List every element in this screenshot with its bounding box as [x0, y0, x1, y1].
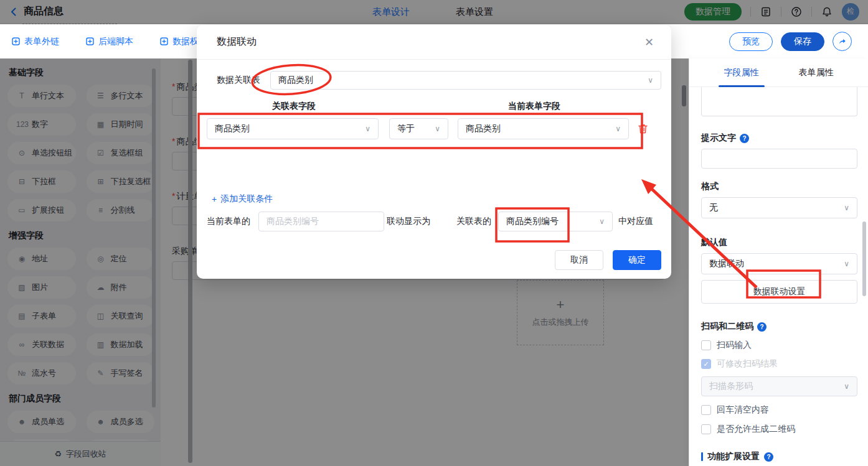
plus-icon: + [212, 194, 217, 204]
panel-tab[interactable]: 表单属性 [799, 58, 834, 87]
mapping-row: 当前表单的 商品类别编号 联动显示为 关联表的 商品类别编号 ∨ 中对应值 [197, 212, 671, 231]
link-table-value: 商品类别 [278, 75, 313, 86]
checkbox-icon [701, 359, 711, 369]
chevron-down-icon: ∨ [365, 124, 370, 133]
checkbox-row[interactable]: 可修改扫码结果 [701, 358, 857, 370]
default-value-select[interactable]: 数据联动 ∨ [701, 253, 857, 274]
toolbar-links: 表单外链 后端脚本 数据权限 [11, 36, 207, 47]
link-table-select[interactable]: 商品类别 ∨ [270, 71, 661, 90]
linked-field-select[interactable]: 商品类别编号 ∨ [498, 212, 613, 231]
help-icon[interactable]: ? [740, 134, 749, 143]
toolbar-link-icon [159, 37, 169, 46]
corresponding-value-label: 中对应值 [618, 216, 653, 227]
share-arrow-icon [837, 37, 847, 46]
linked-table-field-select[interactable]: 商品类别 ∨ [207, 118, 379, 139]
add-condition-label: 添加关联条件 [220, 193, 273, 205]
properties-panel: 字段属性 表单属性 提示文字 ? 格式 无 ∨ 默认值 数据联动 [689, 58, 868, 466]
hint-label: 提示文字 [701, 133, 736, 144]
toolbar-link-icon [85, 37, 95, 46]
linkage-display-label: 联动显示为 [387, 216, 430, 227]
checkbox-icon [701, 340, 711, 350]
scan-section-title: 扫码和二维码 [701, 321, 753, 332]
panel-scrollbar[interactable] [862, 221, 866, 296]
checkbox-icon [701, 424, 711, 434]
current-form-field-value: 商品类别 [466, 123, 501, 134]
form-designer-app: 商品信息 表单设计 表单设置 数据管理 检 [0, 0, 868, 466]
link-table-label: 数据关联表 [217, 75, 260, 86]
other-checkbox-list: 回车清空内容 是否允许生成二维码 [701, 404, 857, 435]
checkbox-icon [701, 405, 711, 415]
chevron-down-icon: ∨ [844, 203, 849, 212]
format-select[interactable]: 无 ∨ [701, 197, 857, 218]
toolbar-link-label: 表单外链 [24, 36, 59, 47]
chevron-down-icon: ∨ [599, 217, 605, 226]
toolbar-link-icon [11, 37, 21, 46]
modal-body: 数据关联表 商品类别 ∨ 关联表字段 当前表单字段 商品类别 ∨ 等于 ∨ [197, 60, 671, 279]
format-label: 格式 [701, 181, 857, 192]
extension-section-title: 功能扩展设置 [707, 451, 760, 462]
section-accent-bar [701, 452, 703, 461]
modal-header: 数据联动 ✕ [197, 25, 671, 60]
linked-table-label: 关联表的 [456, 216, 491, 227]
toolbar-actions: 预览 保存 [729, 32, 852, 51]
current-form-field-header: 当前表单字段 [508, 101, 560, 112]
operator-select[interactable]: 等于 ∨ [389, 118, 448, 139]
default-value: 数据联动 [709, 258, 744, 269]
modal-title: 数据联动 [217, 35, 257, 49]
trash-icon [638, 123, 648, 134]
checkbox-row[interactable]: 是否允许生成二维码 [701, 424, 857, 435]
chevron-down-icon: ∨ [615, 124, 621, 133]
default-value-label: 默认值 [701, 237, 857, 248]
panel-tabs: 字段属性 表单属性 [689, 58, 868, 87]
chevron-down-icon: ∨ [844, 382, 849, 391]
delete-condition-button[interactable] [638, 123, 648, 136]
field-description-textarea[interactable] [701, 87, 857, 116]
linked-field-value: 商品类别编号 [506, 216, 559, 227]
condition-row: 商品类别 ∨ 等于 ∨ 商品类别 ∨ [197, 118, 671, 139]
link-table-row: 数据关联表 商品类别 ∨ [217, 71, 661, 90]
checkbox-row[interactable]: 回车清空内容 [701, 404, 857, 416]
current-form-field-select[interactable]: 商品类别 ∨ [458, 118, 629, 139]
current-form-prefix-label: 当前表单的 [207, 216, 250, 227]
checkbox-row[interactable]: 扫码输入 [701, 340, 857, 351]
current-field-input[interactable]: 商品类别编号 [258, 212, 384, 231]
panel-tab[interactable]: 字段属性 [724, 58, 759, 87]
toolbar-link[interactable]: 表单外链 [11, 36, 59, 47]
checkbox-label: 可修改扫码结果 [717, 358, 778, 370]
cancel-button[interactable]: 取消 [555, 250, 603, 270]
current-field-value: 商品类别编号 [267, 216, 319, 227]
linked-table-field-value: 商品类别 [215, 123, 250, 134]
help-icon[interactable]: ? [764, 452, 773, 462]
extension-section-row: 功能扩展设置 ? [701, 451, 857, 462]
linked-table-field-header: 关联表字段 [272, 101, 316, 112]
toolbar-link-label: 后端脚本 [98, 36, 133, 47]
checkbox-label: 是否允许生成二维码 [717, 424, 795, 435]
hint-text-input[interactable] [701, 149, 857, 169]
scan-checkbox-list: 扫码输入 可修改扫码结果 [701, 340, 857, 370]
modal-dim-overlay-top [0, 0, 868, 24]
confirm-button[interactable]: 确定 [613, 250, 661, 270]
operator-value: 等于 [397, 123, 415, 134]
data-linkage-modal: 数据联动 ✕ 数据关联表 商品类别 ∨ 关联表字段 当前表单字段 商品类别 ∨ [197, 25, 671, 279]
scan-mode-select[interactable]: 扫描条形码 ∨ [701, 376, 857, 396]
preview-button[interactable]: 预览 [729, 32, 773, 51]
modal-footer: 取消 确定 [555, 250, 661, 270]
panel-body: 提示文字 ? 格式 无 ∨ 默认值 数据联动 ∨ 数据联动设置 扫码和二维码 ? [689, 87, 868, 465]
save-button[interactable]: 保存 [781, 32, 824, 51]
hint-label-row: 提示文字 ? [701, 133, 857, 144]
scan-mode-value: 扫描条形码 [709, 381, 753, 392]
toolbar-link[interactable]: 后端脚本 [85, 36, 133, 47]
chevron-down-icon: ∨ [648, 76, 653, 85]
scan-section-row: 扫码和二维码 ? [701, 321, 857, 332]
chevron-down-icon: ∨ [435, 124, 440, 133]
share-button[interactable] [833, 32, 852, 51]
close-icon[interactable]: ✕ [644, 37, 654, 48]
checkbox-label: 扫码输入 [717, 340, 752, 351]
format-value: 无 [709, 202, 718, 213]
chevron-down-icon: ∨ [844, 259, 849, 268]
add-condition-link[interactable]: + 添加关联条件 [212, 193, 273, 205]
checkbox-label: 回车清空内容 [717, 404, 769, 416]
data-linkage-setting-button[interactable]: 数据联动设置 [701, 280, 857, 304]
help-icon[interactable]: ? [757, 322, 767, 332]
